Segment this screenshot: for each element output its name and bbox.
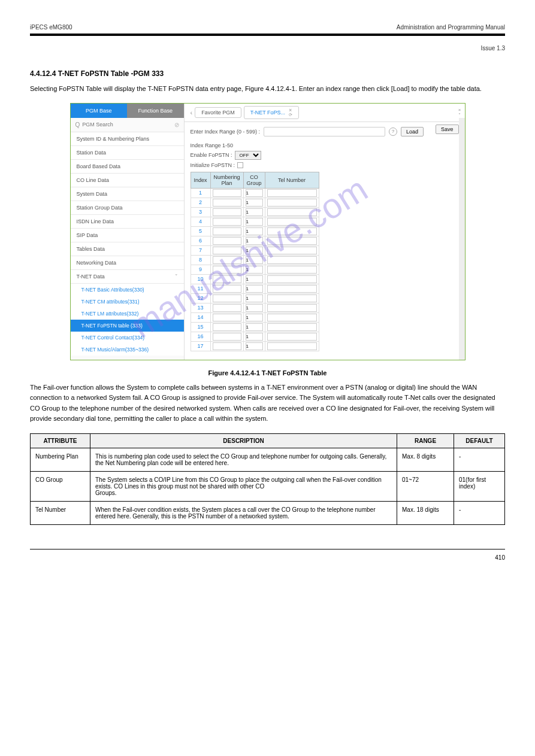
co-group-input[interactable] bbox=[246, 218, 263, 226]
numbering-plan-input[interactable] bbox=[213, 266, 241, 274]
sidebar-item-isdn[interactable]: ISDN Line Data bbox=[71, 215, 184, 229]
sidebar-item-station[interactable]: Station Data bbox=[71, 146, 184, 160]
sidebar-item-sysid[interactable]: System ID & Numbering Plans bbox=[71, 132, 184, 146]
numbering-plan-input[interactable] bbox=[213, 304, 241, 312]
tnet-music[interactable]: T-NET Music/Alarm(335~336) bbox=[71, 344, 184, 356]
table-row: 12 bbox=[191, 293, 319, 303]
search-icon: Q bbox=[75, 122, 80, 128]
sidebar-item-coline[interactable]: CO Line Data bbox=[71, 174, 184, 187]
sidebar-item-stationgroup[interactable]: Station Group Data bbox=[71, 201, 184, 215]
co-group-input[interactable] bbox=[246, 266, 263, 274]
numbering-plan-input[interactable] bbox=[213, 218, 241, 226]
tel-number-input[interactable] bbox=[267, 189, 317, 197]
tel-number-input[interactable] bbox=[267, 285, 317, 293]
init-fopstn-checkbox[interactable] bbox=[237, 162, 243, 168]
co-group-input[interactable] bbox=[246, 285, 263, 293]
tel-number-input[interactable] bbox=[267, 218, 317, 226]
numbering-plan-input[interactable] bbox=[213, 314, 241, 321]
search-row: Q ⊘ bbox=[71, 118, 184, 132]
sidebar-item-board[interactable]: Board Based Data bbox=[71, 160, 184, 174]
co-group-input[interactable] bbox=[246, 199, 263, 207]
tel-number-input[interactable] bbox=[267, 237, 317, 245]
co-group-input[interactable] bbox=[246, 237, 263, 245]
tel-number-input[interactable] bbox=[267, 227, 317, 235]
table-row: 4 bbox=[191, 217, 319, 226]
th-numbering: Numbering Plan bbox=[210, 172, 243, 188]
tel-number-input[interactable] bbox=[267, 208, 317, 216]
tel-number-input[interactable] bbox=[267, 247, 317, 254]
row-index: 11 bbox=[191, 284, 210, 293]
numbering-plan-input[interactable] bbox=[213, 247, 241, 254]
chevron-left-icon[interactable]: ‹ bbox=[188, 109, 195, 116]
tel-number-input[interactable] bbox=[267, 342, 317, 350]
save-button[interactable]: Save bbox=[436, 125, 459, 134]
co-group-input[interactable] bbox=[246, 304, 263, 312]
co-group-input[interactable] bbox=[246, 323, 263, 331]
help-icon[interactable]: ? bbox=[389, 127, 397, 136]
fopstn-table: Index Numbering Plan CO Group Tel Number… bbox=[191, 172, 319, 351]
numbering-plan-input[interactable] bbox=[213, 333, 241, 341]
co-group-input[interactable] bbox=[246, 294, 263, 302]
tnet-cm[interactable]: T-NET CM attributes(331) bbox=[71, 296, 184, 308]
tnet-fops-tab[interactable]: T-NET FoPS... ×⟳ bbox=[244, 106, 299, 119]
sidebar-item-sysdata[interactable]: System Data bbox=[71, 187, 184, 201]
co-group-input[interactable] bbox=[246, 275, 263, 283]
numbering-plan-input[interactable] bbox=[213, 285, 241, 293]
enable-fopstn-select[interactable]: OFF bbox=[235, 151, 261, 160]
clear-icon[interactable]: ⊘ bbox=[174, 122, 179, 128]
row-index: 1 bbox=[191, 188, 210, 198]
co-group-input[interactable] bbox=[246, 333, 263, 341]
numbering-plan-input[interactable] bbox=[213, 227, 241, 235]
sidebar-item-networking[interactable]: Networking Data bbox=[71, 256, 184, 270]
load-button[interactable]: Load bbox=[401, 127, 424, 136]
search-input[interactable] bbox=[82, 122, 174, 127]
co-group-input[interactable] bbox=[246, 256, 263, 264]
tel-number-input[interactable] bbox=[267, 323, 317, 331]
tel-number-input[interactable] bbox=[267, 304, 317, 312]
tnet-lm[interactable]: T-NET LM attributes(332) bbox=[71, 308, 184, 320]
co-group-input[interactable] bbox=[246, 314, 263, 321]
tnet-control[interactable]: T-NET Control Contact(334) bbox=[71, 332, 184, 344]
tnet-fopstn[interactable]: T-NET FoPSTN table (333) bbox=[71, 320, 184, 332]
close-all-icon[interactable]: × bbox=[458, 107, 461, 113]
co-group-input[interactable] bbox=[246, 342, 263, 350]
tab-pgm-base[interactable]: PGM Base bbox=[71, 104, 128, 118]
numbering-plan-input[interactable] bbox=[213, 189, 241, 197]
tnet-basic[interactable]: T-NET Basic Attributes(330) bbox=[71, 284, 184, 296]
co-group-input[interactable] bbox=[246, 227, 263, 235]
numbering-plan-input[interactable] bbox=[213, 294, 241, 302]
numbering-plan-input[interactable] bbox=[213, 237, 241, 245]
sidebar-item-tnet[interactable]: T-NET Data bbox=[71, 270, 184, 284]
favorite-pgm-tab[interactable]: Favorite PGM bbox=[195, 107, 241, 118]
close-icon[interactable]: ×⟳ bbox=[289, 108, 292, 117]
fopstn-tbody: 1 2 3 4 5 6 7 8 9 bbox=[191, 188, 319, 351]
tel-number-input[interactable] bbox=[267, 333, 317, 341]
tab-right-controls[interactable]: × ˅ bbox=[458, 107, 461, 118]
numbering-plan-input[interactable] bbox=[213, 323, 241, 331]
numbering-plan-input[interactable] bbox=[213, 208, 241, 216]
sidebar-item-tables[interactable]: Tables Data bbox=[71, 242, 184, 256]
numbering-plan-input[interactable] bbox=[213, 199, 241, 207]
index-range-input[interactable] bbox=[264, 127, 385, 136]
numbering-plan-input[interactable] bbox=[213, 342, 241, 350]
co-group-input[interactable] bbox=[246, 247, 263, 254]
table-row: 3 bbox=[191, 207, 319, 217]
tab-function-base[interactable]: Function Base bbox=[127, 104, 184, 118]
row-index: 15 bbox=[191, 322, 210, 332]
table-row: 15 bbox=[191, 322, 319, 332]
tel-number-input[interactable] bbox=[267, 199, 317, 207]
co-group-input[interactable] bbox=[246, 189, 263, 197]
tel-number-input[interactable] bbox=[267, 314, 317, 321]
sidebar-item-sip[interactable]: SIP Data bbox=[71, 229, 184, 242]
numbering-plan-input[interactable] bbox=[213, 275, 241, 283]
tel-number-input[interactable] bbox=[267, 266, 317, 274]
tel-number-input[interactable] bbox=[267, 275, 317, 283]
co-group-input[interactable] bbox=[246, 208, 263, 216]
tel-number-input[interactable] bbox=[267, 256, 317, 264]
description-text: The Fail-over function allows the System… bbox=[30, 382, 505, 424]
numbering-plan-input[interactable] bbox=[213, 256, 241, 264]
issue-text: Issue 1.3 bbox=[30, 45, 505, 51]
scrollbar[interactable] bbox=[459, 118, 465, 360]
tel-number-input[interactable] bbox=[267, 294, 317, 302]
dropdown-icon[interactable]: ˅ bbox=[458, 113, 461, 118]
